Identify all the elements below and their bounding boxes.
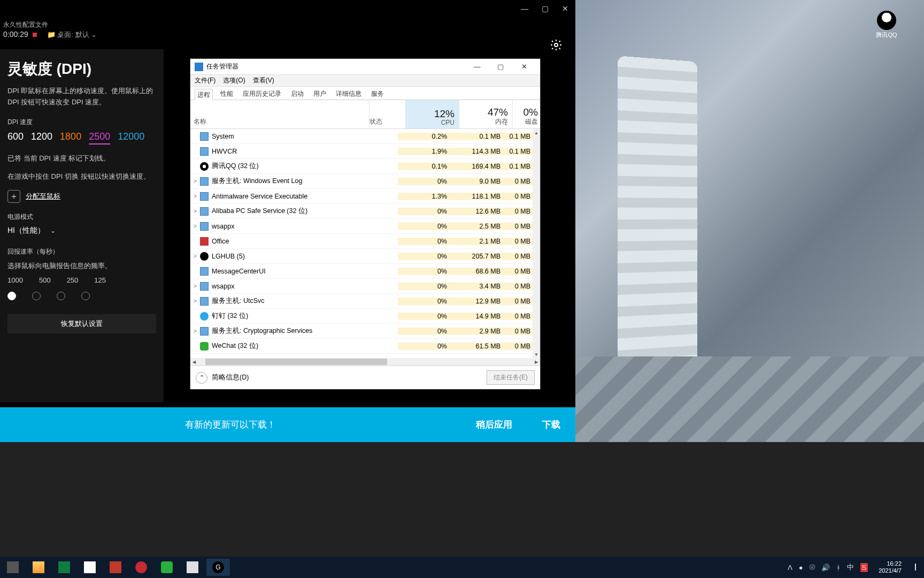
tab-performance[interactable]: 性能 [218, 88, 235, 100]
tm-close-button[interactable]: ✕ [512, 63, 536, 71]
process-row[interactable]: WeChat (32 位)0%61.5 MB0 MB [190, 339, 533, 354]
dpi-1800[interactable]: 1800 [60, 131, 81, 144]
tab-startup[interactable]: 启动 [289, 88, 306, 100]
tb-explorer[interactable] [27, 559, 50, 576]
col-memory[interactable]: ⌄ 47% 内存 [459, 100, 512, 128]
expand-icon[interactable]: > [190, 223, 200, 229]
tab-users[interactable]: 用户 [311, 88, 328, 100]
clock-time: 16:22 [879, 560, 902, 567]
scroll-up-icon[interactable]: ▲ [533, 129, 540, 136]
expand-icon[interactable]: > [190, 193, 200, 199]
expand-icon[interactable]: > [190, 253, 200, 259]
dpi-2500[interactable]: 2500 [89, 131, 110, 144]
menu-view[interactable]: 查看(V) [253, 76, 274, 85]
process-row[interactable]: >服务主机: UtcSvc0%12.9 MB0 MB [190, 294, 533, 309]
menu-options[interactable]: 选项(O) [223, 76, 245, 85]
process-mem: 2.9 MB [451, 328, 505, 335]
menu-file[interactable]: 文件(F) [195, 76, 215, 85]
tray-chevron-icon[interactable]: ᐱ [788, 564, 792, 572]
tb-wechat[interactable] [155, 559, 179, 576]
tab-processes[interactable]: 进程 [195, 89, 213, 100]
settings-button[interactable] [550, 39, 563, 54]
minimize-button[interactable]: — [517, 2, 533, 15]
process-row[interactable]: MessageCenterUI0%68.6 MB0 MB [190, 264, 533, 279]
process-cpu: 1.3% [398, 193, 451, 200]
process-row[interactable]: >Antimalware Service Executable1.3%118.1… [190, 189, 533, 204]
col-name[interactable]: 名称 [190, 100, 369, 128]
tb-red[interactable] [104, 559, 127, 576]
tab-services[interactable]: 服务 [369, 88, 386, 100]
tab-details[interactable]: 详细信息 [334, 88, 364, 100]
rate-radio-250[interactable] [57, 292, 65, 300]
process-row[interactable]: >LGHUB (5)0%205.7 MB0 MB [190, 249, 533, 264]
tb-feather[interactable] [181, 559, 204, 576]
process-row[interactable]: Office0%2.1 MB0 MB [190, 234, 533, 249]
process-cpu: 0% [398, 298, 451, 305]
assign-add-button[interactable]: ＋ [7, 190, 20, 203]
process-row[interactable]: >服务主机: Cryptographic Services0%2.9 MB0 M… [190, 324, 533, 339]
tb-ghub[interactable] [206, 559, 230, 576]
process-name: HWVCR [212, 148, 361, 155]
rate-radio-500[interactable] [32, 292, 41, 300]
tm-titlebar[interactable]: 任务管理器 — ▢ ✕ [190, 59, 540, 75]
power-mode-select[interactable]: HI（性能）⌄ [7, 226, 156, 235]
tm-maximize-button[interactable]: ▢ [489, 63, 512, 71]
restore-defaults-button[interactable]: 恢复默认设置 [7, 314, 156, 333]
close-button[interactable]: ✕ [557, 2, 573, 15]
col-disk[interactable]: 0% 磁盘 [512, 100, 540, 128]
process-row[interactable]: >wsappx0%2.5 MB0 MB [190, 219, 533, 234]
dpi-note-1: 已将 当前 DPI 速度 标记下划线。 [7, 153, 156, 164]
desktop-selector[interactable]: 📁 桌面: 默认 ⌄ [47, 31, 97, 39]
tray-sogou-icon[interactable]: S [860, 563, 868, 572]
tray-ime[interactable]: 中 [847, 562, 854, 572]
tb-notes[interactable] [78, 559, 102, 576]
tb-circle[interactable] [129, 559, 153, 576]
update-download-button[interactable]: 下载 [527, 419, 575, 431]
tm-minimize-button[interactable]: — [465, 63, 489, 71]
rate-radio-125[interactable] [81, 292, 90, 300]
vertical-scrollbar[interactable]: ▲ ▼ [533, 129, 540, 358]
expand-icon[interactable]: > [190, 283, 200, 289]
tray-app-icon[interactable]: ● [799, 564, 803, 572]
dpi-12000[interactable]: 12000 [118, 131, 144, 144]
expand-icon[interactable]: > [190, 208, 200, 214]
rate-250: 250 [67, 276, 79, 284]
col-status[interactable]: 状态 [369, 100, 405, 128]
process-name: MessageCenterUI [212, 268, 361, 275]
desktop-icon-qq[interactable]: 腾讯QQ [871, 11, 903, 39]
start-button[interactable] [1, 559, 25, 576]
tb-excel[interactable] [52, 559, 76, 576]
maximize-button[interactable]: ▢ [537, 2, 553, 15]
update-later-button[interactable]: 稍后应用 [461, 419, 527, 431]
process-icon [200, 192, 209, 201]
hscroll-thumb[interactable] [205, 359, 387, 365]
process-row[interactable]: >服务主机: Windows Event Log0%9.0 MB0 MB [190, 174, 533, 189]
tray-volume-icon[interactable]: 🔊 [821, 564, 830, 572]
dpi-1200[interactable]: 1200 [31, 131, 52, 144]
end-task-button[interactable]: 结束任务(E) [487, 370, 535, 385]
process-row[interactable]: HWVCR1.9%114.3 MB0.1 MB [190, 144, 533, 159]
process-row[interactable]: 腾讯QQ (32 位)0.1%169.4 MB0.1 MB [190, 159, 533, 174]
fewer-details-button[interactable]: ⌃ [196, 372, 207, 384]
tab-app-history[interactable]: 应用历史记录 [241, 88, 283, 100]
dpi-600[interactable]: 600 [7, 131, 24, 144]
col-cpu[interactable]: 12% CPU [405, 100, 459, 128]
expand-icon[interactable]: > [190, 178, 200, 184]
tray-bluetooth-icon[interactable]: ᚼ [836, 564, 841, 572]
process-cpu: 0% [398, 313, 451, 320]
assign-link[interactable]: 分配至鼠标 [26, 192, 60, 201]
scroll-down-icon[interactable]: ▼ [533, 351, 540, 358]
process-cpu: 0% [398, 268, 451, 275]
desktop-wallpaper: 腾讯QQ [575, 0, 924, 442]
tray-wifi-icon[interactable]: ⦾ [810, 563, 815, 572]
taskbar-clock[interactable]: 16:22 2021/4/7 [873, 560, 907, 574]
expand-icon[interactable]: > [190, 328, 200, 334]
rate-radio-1000[interactable] [7, 292, 16, 300]
process-row[interactable]: >Alibaba PC Safe Service (32 位)0%12.6 MB… [190, 204, 533, 219]
process-row[interactable]: System0.2%0.1 MB0.1 MB [190, 129, 533, 144]
dpi-speed-label: DPI 速度 [7, 118, 156, 127]
process-row[interactable]: 钉钉 (32 位)0%14.9 MB0 MB [190, 309, 533, 324]
process-row[interactable]: >wsappx0%3.4 MB0 MB [190, 279, 533, 294]
horizontal-scrollbar[interactable]: ◀ ▶ [190, 358, 540, 366]
expand-icon[interactable]: > [190, 298, 200, 304]
